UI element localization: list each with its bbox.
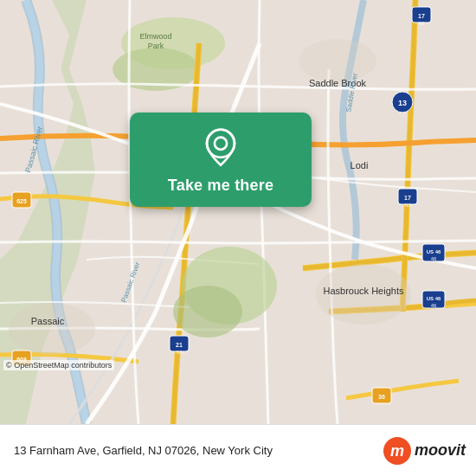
osm-attribution: © OpenStreetMap contributors bbox=[3, 360, 114, 370]
moovit-text: moovit bbox=[415, 441, 466, 460]
moovit-logo: m moovit bbox=[383, 437, 466, 465]
svg-text:625: 625 bbox=[16, 198, 27, 204]
svg-text:NJ: NJ bbox=[405, 203, 411, 208]
svg-text:US 46: US 46 bbox=[427, 296, 441, 301]
svg-point-6 bbox=[9, 303, 95, 355]
svg-text:NJ: NJ bbox=[177, 350, 183, 355]
svg-text:US 46: US 46 bbox=[427, 249, 441, 254]
moovit-brand-icon: m bbox=[383, 437, 411, 465]
svg-text:46: 46 bbox=[431, 303, 437, 308]
take-me-there-card[interactable]: Take me there bbox=[130, 113, 312, 207]
svg-text:Park: Park bbox=[148, 42, 164, 50]
svg-text:Lodi: Lodi bbox=[351, 160, 369, 170]
svg-text:17: 17 bbox=[404, 195, 411, 201]
svg-text:NJ: NJ bbox=[419, 21, 425, 26]
svg-text:21: 21 bbox=[176, 342, 183, 348]
svg-text:46: 46 bbox=[431, 256, 437, 261]
location-pin-icon bbox=[200, 128, 241, 170]
svg-text:36: 36 bbox=[378, 394, 385, 400]
address-text: 13 Farnham Ave, Garfield, NJ 07026, New … bbox=[14, 444, 383, 457]
svg-point-43 bbox=[215, 138, 227, 150]
svg-point-8 bbox=[299, 39, 376, 82]
map-container: 21 NJ 17 NJ 17 NJ 13 US 46 46 US 46 46 6… bbox=[0, 0, 476, 424]
svg-text:Elmwood: Elmwood bbox=[139, 32, 171, 41]
take-me-there-label: Take me there bbox=[168, 177, 273, 195]
svg-text:17: 17 bbox=[418, 13, 425, 19]
svg-text:13: 13 bbox=[398, 99, 407, 107]
svg-text:Hasbrouck Heights: Hasbrouck Heights bbox=[324, 286, 404, 296]
svg-text:m: m bbox=[390, 442, 404, 460]
svg-text:Passaic: Passaic bbox=[31, 316, 65, 326]
svg-point-5 bbox=[173, 286, 242, 338]
bottom-bar: 13 Farnham Ave, Garfield, NJ 07026, New … bbox=[0, 424, 476, 476]
